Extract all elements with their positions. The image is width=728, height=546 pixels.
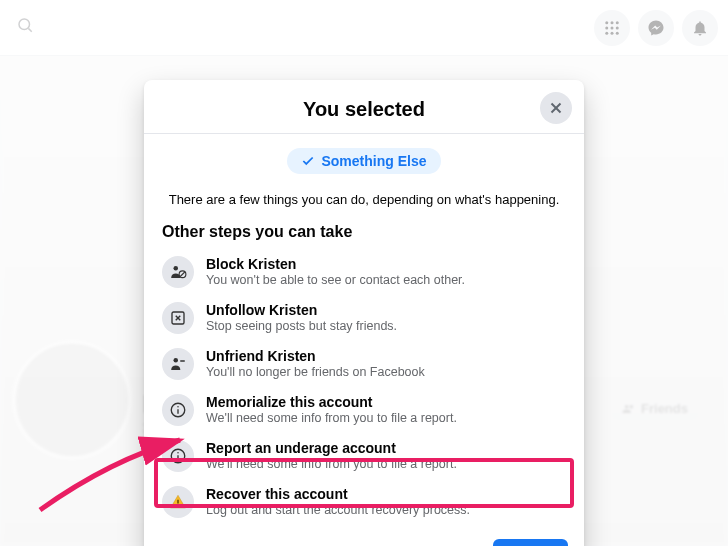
helper-text: There are a few things you can do, depen…: [162, 192, 566, 207]
option-subtitle: You won't be able to see or contact each…: [206, 273, 465, 287]
option-title: Block Kristen: [206, 256, 465, 272]
report-modal: You selected Something Else There are a …: [144, 80, 584, 546]
modal-footer: Done: [144, 531, 584, 546]
modal-title: You selected: [160, 98, 568, 121]
svg-point-19: [174, 358, 179, 363]
done-button[interactable]: Done: [493, 539, 568, 546]
option-title: Memorialize this account: [206, 394, 457, 410]
option-list: Block Kristen You won't be able to see o…: [144, 249, 584, 525]
info-icon: [162, 394, 194, 426]
option-unfriend[interactable]: Unfriend Kristen You'll no longer be fri…: [150, 341, 578, 387]
svg-line-15: [180, 272, 185, 277]
info-icon: [162, 440, 194, 472]
svg-point-28: [177, 505, 179, 507]
person-minus-icon: [162, 348, 194, 380]
selection-chip[interactable]: Something Else: [287, 148, 440, 174]
option-block[interactable]: Block Kristen You won't be able to see o…: [150, 249, 578, 295]
warning-icon: [162, 486, 194, 518]
option-underage[interactable]: Report an underage account We'll need so…: [150, 433, 578, 479]
close-button[interactable]: [540, 92, 572, 124]
option-subtitle: We'll need some info from you to file a …: [206, 457, 457, 471]
option-title: Unfriend Kristen: [206, 348, 425, 364]
option-unfollow[interactable]: Unfollow Kristen Stop seeing posts but s…: [150, 295, 578, 341]
person-block-icon: [162, 256, 194, 288]
option-subtitle: Log out and start the account recovery p…: [206, 503, 470, 517]
svg-point-26: [177, 452, 179, 454]
option-subtitle: You'll no longer be friends on Facebook: [206, 365, 425, 379]
modal-header: You selected: [144, 80, 584, 134]
close-icon: [547, 99, 565, 117]
feed-x-icon: [162, 302, 194, 334]
chip-label: Something Else: [321, 153, 426, 169]
option-title: Recover this account: [206, 486, 470, 502]
svg-point-13: [174, 266, 179, 271]
option-recover[interactable]: Recover this account Log out and start t…: [150, 479, 578, 525]
svg-point-23: [177, 406, 179, 408]
option-memorialize[interactable]: Memorialize this account We'll need some…: [150, 387, 578, 433]
option-subtitle: Stop seeing posts but stay friends.: [206, 319, 397, 333]
option-title: Unfollow Kristen: [206, 302, 397, 318]
section-title: Other steps you can take: [144, 223, 584, 249]
option-title: Report an underage account: [206, 440, 457, 456]
check-icon: [301, 154, 315, 168]
option-subtitle: We'll need some info from you to file a …: [206, 411, 457, 425]
